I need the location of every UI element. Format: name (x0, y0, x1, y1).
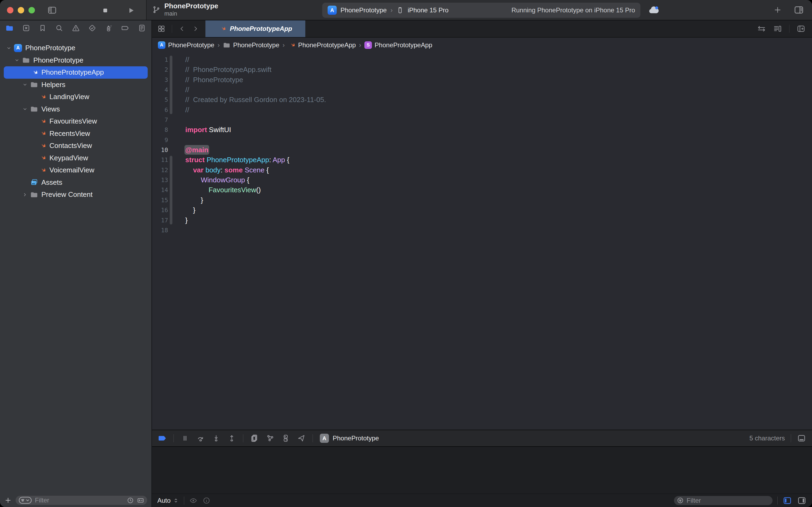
code-line-16[interactable]: 16 } (152, 205, 812, 215)
code-line-3[interactable]: 3 // PhonePrototype (152, 75, 812, 85)
code-line-6[interactable]: 6 // (152, 105, 812, 115)
sidebar-item-contactsview[interactable]: ContactsView (4, 139, 148, 152)
run-button[interactable] (127, 6, 135, 15)
navigator-tab-find[interactable] (55, 24, 63, 32)
navigator-tab-project[interactable] (5, 24, 14, 32)
code-line-8[interactable]: 8 import SwiftUI (152, 125, 812, 135)
breadcrumb-item-2[interactable]: PhonePrototypeApp (288, 41, 356, 49)
pause-button[interactable] (181, 434, 189, 443)
tab-phoneprototypeapp[interactable]: PhonePrototypeApp (206, 20, 305, 37)
code-line-4[interactable]: 4 // (152, 85, 812, 95)
line-number: 6 (152, 105, 168, 115)
scheme-destination-segment[interactable]: iPhone 15 Pro (408, 6, 449, 14)
step-out-button[interactable] (227, 434, 236, 443)
breadcrumb-item-1[interactable]: PhonePrototype (223, 41, 279, 49)
source-editor[interactable]: 1 // 2 // PhonePrototypeApp.swift 3 // P… (152, 53, 812, 430)
sidebar-item-keypadview[interactable]: KeypadView (4, 152, 148, 164)
code-line-10[interactable]: 10 @main (152, 145, 812, 155)
source-control-status-icon[interactable] (137, 497, 144, 504)
code-line-12[interactable]: 12 var body: some Scene { (152, 165, 812, 175)
minimize-window-button[interactable] (18, 7, 24, 13)
sidebar-item-preview-content[interactable]: Preview Content (4, 188, 148, 201)
debug-console-area[interactable] (152, 446, 812, 494)
breadcrumb-item-3[interactable]: SPhonePrototypeApp (364, 41, 432, 49)
navigator-tab-changes[interactable] (22, 24, 31, 32)
sidebar-item-phoneprototype[interactable]: PhonePrototype (4, 54, 148, 67)
navigator-tab-issues[interactable] (72, 24, 80, 32)
sidebar-item-phoneprototype[interactable]: A PhonePrototype (4, 42, 148, 54)
toggle-navigator-button[interactable] (47, 5, 57, 15)
navigator-filter-field[interactable] (15, 496, 147, 505)
disclosure-chevron (29, 117, 37, 125)
navigator-tab-breakpoints[interactable] (121, 24, 129, 32)
toggle-debug-area-button[interactable] (797, 434, 806, 443)
code-line-11[interactable]: 11 struct PhonePrototypeApp: App { (152, 155, 812, 165)
sidebar-item-phoneprototypeapp[interactable]: PhonePrototypeApp (4, 66, 148, 79)
disclosure-chevron[interactable] (21, 80, 29, 89)
environment-overrides-button[interactable] (281, 434, 290, 443)
related-items-button[interactable] (157, 25, 165, 33)
console-filter-field[interactable] (674, 496, 772, 505)
code-line-1[interactable]: 1 // (152, 55, 812, 65)
simulate-location-button[interactable] (297, 434, 305, 443)
code-line-2[interactable]: 2 // PhonePrototypeApp.swift (152, 65, 812, 75)
recent-files-icon[interactable] (127, 497, 134, 504)
sidebar-item-recentsview[interactable]: RecentsView (4, 127, 148, 140)
adjust-editor-options-button[interactable] (773, 24, 782, 33)
debugbar-divider (791, 434, 791, 442)
variables-view-scope-selector[interactable]: Auto (157, 497, 179, 504)
breakpoints-button[interactable] (158, 434, 167, 443)
code-line-5[interactable]: 5 // Created by Russell Gordon on 2023-1… (152, 95, 812, 105)
step-in-button[interactable] (212, 434, 221, 443)
add-editor-button[interactable] (773, 6, 782, 14)
navigator-tab-debug[interactable] (105, 24, 113, 32)
scheme-project-segment[interactable]: PhonePrototype (341, 6, 387, 14)
navigator-tab-bookmarks[interactable] (39, 24, 47, 32)
chevron-right-icon (192, 25, 199, 32)
sidebar-item-landingview[interactable]: LandingView (4, 91, 148, 103)
go-back-button[interactable] (179, 25, 185, 32)
stop-button[interactable] (102, 7, 109, 14)
code-line-14[interactable]: 14 FavouritesView() (152, 185, 812, 195)
xcode-cloud-button[interactable] (648, 4, 659, 16)
add-file-button[interactable] (4, 497, 12, 504)
toggle-console-view-button[interactable] (797, 496, 807, 505)
step-over-button[interactable] (196, 434, 205, 443)
variable-info-button[interactable] (202, 497, 211, 505)
disclosure-chevron[interactable] (21, 105, 29, 113)
editor-layout-button[interactable] (794, 5, 804, 15)
sidebar-item-views[interactable]: Views (4, 103, 148, 115)
scheme-separator: › (391, 6, 393, 14)
assets-icon (30, 178, 38, 186)
code-line-7[interactable]: 7 (152, 115, 812, 125)
toggle-variables-view-button[interactable] (782, 496, 792, 505)
console-filter-input[interactable] (687, 497, 770, 504)
navigator-tab-tests[interactable] (88, 24, 97, 32)
scheme-selector[interactable]: A PhonePrototype › iPhone 15 Pro Running… (322, 3, 640, 18)
sidebar-item-assets[interactable]: Assets (4, 176, 148, 189)
sidebar-item-voicemailview[interactable]: VoicemailView (4, 164, 148, 176)
process-menu[interactable]: PhonePrototype (333, 435, 379, 442)
go-forward-button[interactable] (192, 25, 199, 32)
code-line-9[interactable]: 9 (152, 135, 812, 145)
zoom-window-button[interactable] (28, 7, 35, 13)
quick-look-button[interactable] (189, 496, 197, 505)
navigator-tab-reports[interactable] (138, 24, 146, 32)
view-hierarchy-button[interactable] (250, 434, 259, 443)
code-line-17[interactable]: 17 } (152, 215, 812, 225)
breadcrumb-item-0[interactable]: APhonePrototype (158, 41, 214, 49)
navigator-filter-input[interactable] (35, 497, 124, 504)
memory-graph-button[interactable] (266, 434, 275, 443)
split-editor-button[interactable] (797, 24, 806, 33)
close-window-button[interactable] (7, 7, 13, 13)
code-line-15[interactable]: 15 } (152, 195, 812, 205)
code-line-13[interactable]: 13 WindowGroup { (152, 175, 812, 185)
sidebar-item-favouritesview[interactable]: FavouritesView (4, 115, 148, 127)
disclosure-chevron[interactable] (13, 56, 21, 64)
disclosure-chevron[interactable] (5, 44, 13, 52)
disclosure-chevron[interactable] (21, 191, 29, 199)
sidebar-item-helpers[interactable]: Helpers (4, 79, 148, 91)
code-line-18[interactable]: 18 (152, 225, 812, 235)
source-control-summary[interactable]: PhonePrototype main (152, 2, 218, 17)
code-review-button[interactable] (757, 24, 766, 33)
